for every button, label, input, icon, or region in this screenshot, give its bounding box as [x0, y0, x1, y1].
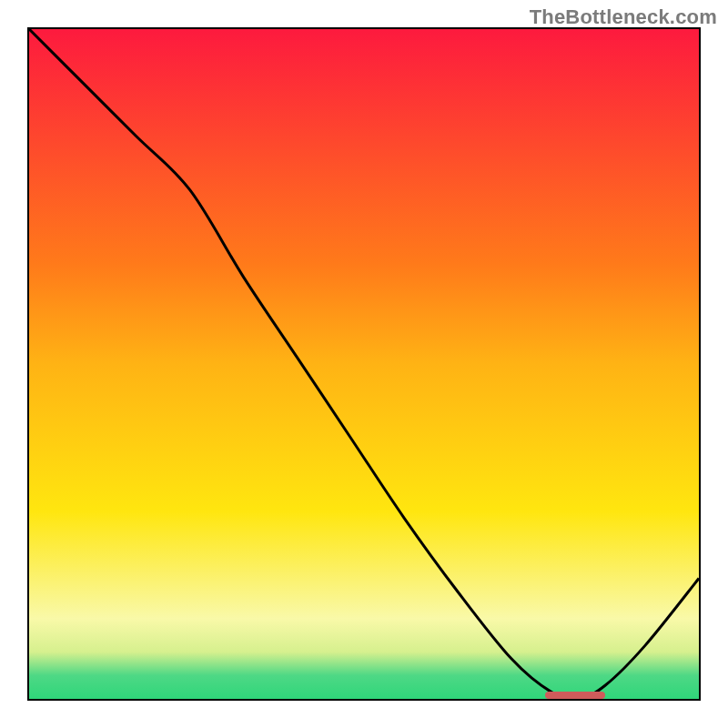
plot-area — [27, 27, 701, 701]
chart-root: TheBottleneck.com — [0, 0, 728, 728]
attribution-label: TheBottleneck.com — [530, 5, 717, 29]
gradient-background — [29, 29, 699, 699]
optimum-marker — [545, 692, 605, 699]
plot-svg — [29, 29, 699, 699]
bottleneck-curve — [29, 29, 699, 699]
